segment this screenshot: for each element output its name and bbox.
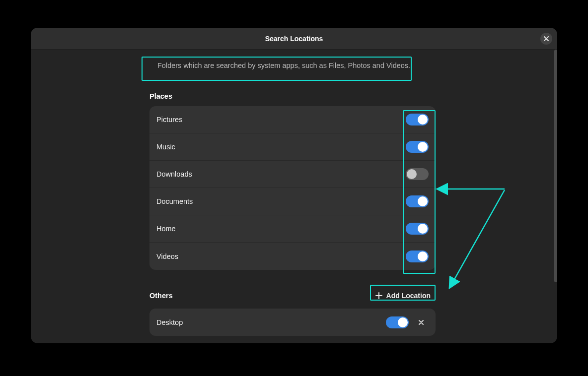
others-row-label: Desktop [156,318,386,326]
switch-knob [418,115,428,125]
places-title: Places [149,92,172,100]
places-toggle[interactable] [406,251,429,262]
places-row-label: Home [156,225,406,233]
switch-knob [418,251,428,261]
places-toggle[interactable] [406,168,429,180]
dialog-body: Folders which are searched by system app… [31,50,554,343]
others-row: Desktop [149,309,436,336]
switch-knob [418,224,428,234]
places-row: Videos [149,243,436,270]
places-row-label: Pictures [156,116,406,124]
places-row: Pictures [149,106,436,133]
switch-knob [418,142,428,152]
places-row-label: Documents [156,197,406,205]
places-row: Downloads [149,161,436,188]
close-icon [544,36,549,41]
places-row: Documents [149,188,436,215]
search-locations-dialog: Search Locations Folders which are searc… [31,28,557,343]
close-button[interactable] [540,33,552,45]
places-list: PicturesMusicDownloadsDocumentsHomeVideo… [149,106,436,270]
switch-knob [418,196,428,206]
plus-icon [375,292,382,299]
places-row: Music [149,133,436,161]
description-text: Folders which are searched by system app… [149,57,436,75]
add-location-button[interactable]: Add Location [370,289,436,303]
places-row-label: Downloads [156,170,406,178]
switch-knob [407,169,417,179]
remove-location-button[interactable] [414,315,429,330]
scrollbar[interactable] [554,50,557,340]
others-list: Desktop [149,309,436,336]
close-icon [419,320,424,325]
places-toggle[interactable] [406,223,429,235]
scrollbar-thumb[interactable] [554,50,557,282]
others-toggle[interactable] [386,316,409,328]
others-header-row: Others Add Location [149,289,436,303]
places-row-label: Music [156,143,406,151]
dialog-title: Search Locations [265,35,323,43]
places-toggle[interactable] [406,195,429,207]
add-location-label: Add Location [386,292,431,300]
dialog-header: Search Locations [31,28,557,50]
places-header-row: Places [149,92,436,100]
switch-knob [398,317,408,327]
places-toggle[interactable] [406,114,429,125]
places-row: Home [149,215,436,243]
places-toggle[interactable] [406,141,429,153]
others-title: Others [149,292,173,300]
places-row-label: Videos [156,252,406,260]
